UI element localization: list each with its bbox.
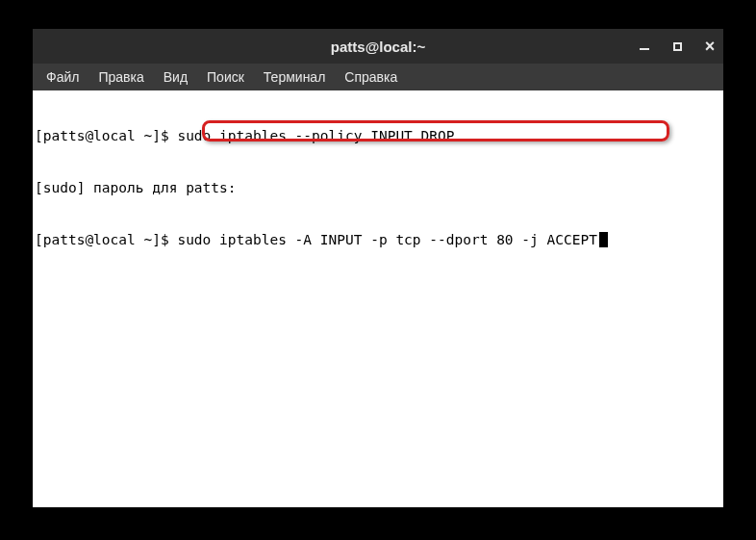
cursor-icon xyxy=(599,232,608,247)
sudo-password-prompt: [sudo] пароль для patts: xyxy=(35,180,237,195)
menu-search[interactable]: Поиск xyxy=(197,65,254,89)
command-text: sudo iptables -A INPUT -p tcp --dport 80… xyxy=(177,232,597,247)
terminal-window: patts@local:~ × Файл Правка Вид Поиск Те… xyxy=(33,29,723,507)
minimize-button[interactable] xyxy=(635,37,654,56)
titlebar: patts@local:~ × xyxy=(33,29,723,64)
terminal-line: [sudo] пароль для patts: xyxy=(33,179,723,196)
menu-view[interactable]: Вид xyxy=(154,65,197,89)
close-icon: × xyxy=(705,38,716,55)
maximize-button[interactable] xyxy=(668,37,687,56)
window-controls: × xyxy=(635,37,719,56)
menu-edit[interactable]: Правка xyxy=(88,65,153,89)
terminal-body[interactable]: [patts@local ~]$ sudo iptables --policy … xyxy=(33,90,723,507)
menu-help[interactable]: Справка xyxy=(335,65,407,89)
close-button[interactable]: × xyxy=(700,37,719,56)
prompt: [patts@local ~]$ xyxy=(35,128,177,143)
maximize-icon xyxy=(673,42,682,51)
menu-terminal[interactable]: Терминал xyxy=(254,65,335,89)
menu-file[interactable]: Файл xyxy=(37,65,88,89)
menubar: Файл Правка Вид Поиск Терминал Справка xyxy=(33,64,723,90)
terminal-line: [patts@local ~]$ sudo iptables --policy … xyxy=(33,127,723,144)
window-title: patts@local:~ xyxy=(331,39,425,55)
command-text: sudo iptables --policy INPUT DROP xyxy=(177,128,454,143)
prompt: [patts@local ~]$ xyxy=(35,232,177,247)
terminal-line: [patts@local ~]$ sudo iptables -A INPUT … xyxy=(33,231,723,248)
minimize-icon xyxy=(640,48,649,50)
